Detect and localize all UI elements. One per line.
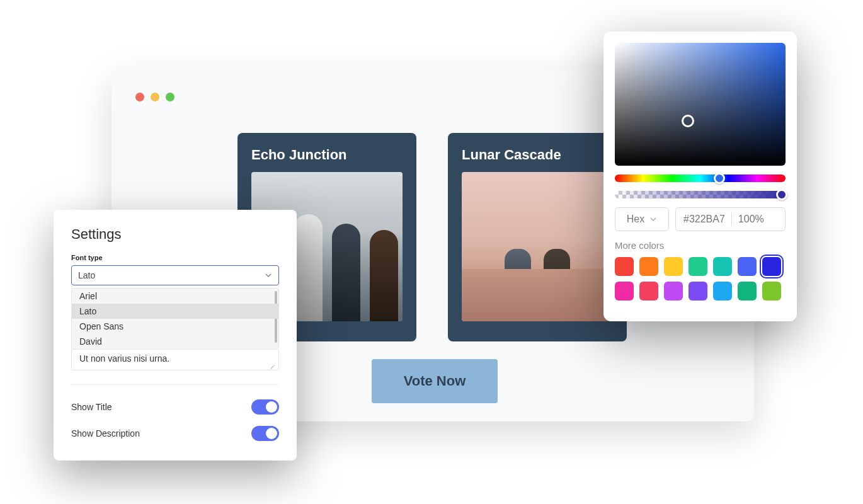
- swatch-12[interactable]: [738, 282, 757, 301]
- font-option-david[interactable]: David: [72, 334, 278, 349]
- swatch-5[interactable]: [738, 257, 757, 276]
- input-divider: [731, 213, 732, 226]
- show-description-row: Show Description: [71, 420, 279, 447]
- show-description-toggle[interactable]: [251, 426, 279, 441]
- swatch-1[interactable]: [639, 257, 658, 276]
- alpha-thumb[interactable]: [776, 189, 787, 200]
- card-title: Lunar Cascade: [462, 147, 613, 163]
- swatch-grid: [615, 257, 786, 301]
- swatch-6[interactable]: [762, 257, 781, 276]
- maximize-dot[interactable]: [166, 93, 174, 101]
- card-image: [462, 172, 613, 321]
- font-type-dropdown: Ariel Lato Open Sans David: [71, 288, 279, 350]
- more-colors-label: More colors: [615, 240, 786, 251]
- hue-thumb[interactable]: [714, 173, 725, 184]
- card-title: Echo Junction: [251, 147, 403, 163]
- font-option-open-sans[interactable]: Open Sans: [72, 319, 278, 334]
- close-dot[interactable]: [135, 93, 144, 101]
- chevron-down-icon: [649, 215, 657, 223]
- settings-title: Settings: [71, 226, 279, 243]
- font-option-ariel[interactable]: Ariel: [72, 289, 278, 304]
- sample-text-input[interactable]: Ut non varius nisi urna.: [71, 350, 279, 370]
- settings-panel: Settings Font type Lato Ariel Lato Open …: [54, 210, 297, 461]
- swatch-4[interactable]: [713, 257, 732, 276]
- font-option-lato[interactable]: Lato: [72, 304, 278, 319]
- alpha-slider[interactable]: [615, 191, 786, 198]
- swatch-7[interactable]: [615, 282, 634, 301]
- show-title-label: Show Title: [71, 402, 112, 412]
- show-title-toggle[interactable]: [251, 399, 279, 415]
- show-description-label: Show Description: [71, 428, 140, 438]
- swatch-9[interactable]: [664, 282, 683, 301]
- font-type-select[interactable]: Lato: [71, 265, 279, 285]
- font-type-selected: Lato: [78, 270, 95, 280]
- chevron-down-icon: [265, 272, 272, 279]
- resize-handle-icon[interactable]: [270, 361, 276, 367]
- swatch-13[interactable]: [762, 282, 781, 301]
- swatch-11[interactable]: [713, 282, 732, 301]
- picker-inputs-row: Hex #322BA7 100%: [615, 207, 786, 231]
- swatch-8[interactable]: [639, 282, 658, 301]
- minimize-dot[interactable]: [151, 93, 159, 101]
- hex-text: #322BA7: [683, 214, 725, 225]
- swatch-0[interactable]: [615, 257, 634, 276]
- divider: [71, 384, 279, 385]
- card-lunar-cascade[interactable]: Lunar Cascade: [448, 133, 627, 341]
- hue-slider[interactable]: [615, 175, 786, 182]
- vote-now-button[interactable]: Vote Now: [372, 359, 498, 403]
- sample-text-value: Ut non varius nisi urna.: [79, 353, 169, 364]
- color-mode-value: Hex: [627, 214, 644, 225]
- sv-cursor[interactable]: [682, 115, 694, 127]
- swatch-10[interactable]: [689, 282, 707, 301]
- color-picker-panel: Hex #322BA7 100% More colors: [603, 32, 797, 321]
- font-type-label: Font type: [71, 254, 279, 261]
- color-mode-select[interactable]: Hex: [615, 207, 669, 231]
- hex-value-input[interactable]: #322BA7 100%: [675, 207, 786, 231]
- swatch-2[interactable]: [664, 257, 683, 276]
- saturation-value-area[interactable]: [615, 43, 786, 166]
- swatch-3[interactable]: [689, 257, 707, 276]
- show-title-row: Show Title: [71, 394, 279, 420]
- window-traffic-lights: [135, 93, 174, 101]
- alpha-text: 100%: [738, 214, 764, 225]
